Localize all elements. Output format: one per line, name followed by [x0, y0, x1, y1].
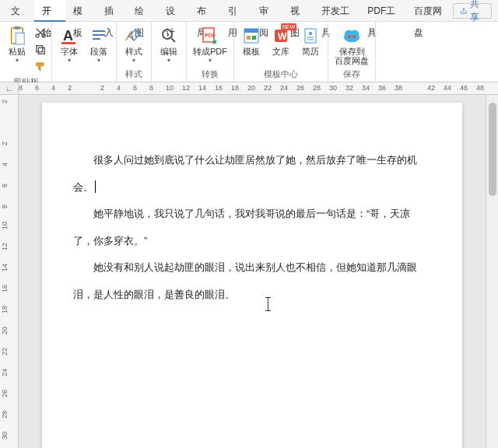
tab-devtools[interactable]: 开发工具: [314, 0, 360, 22]
paragraph-1b[interactable]: 会。: [73, 177, 431, 199]
share-label: 共享: [470, 0, 486, 24]
dropdown-icon: ▾: [167, 57, 170, 64]
document-page[interactable]: 很多人问过她到底说了什么让劫匪居然放了她，然后放弃了唯一生存的机 会。 她平静地…: [42, 103, 462, 448]
svg-rect-8: [61, 42, 75, 44]
dropdown-icon: ▾: [209, 57, 212, 64]
dropdown-icon: ▾: [68, 57, 71, 64]
svg-point-31: [352, 35, 356, 38]
cut-button[interactable]: [33, 25, 48, 40]
save-baidu-button[interactable]: 保存到 百度网盘: [331, 25, 372, 67]
group-clipboard: 粘贴 ▾ 剪贴板: [0, 22, 52, 82]
vertical-scrollbar[interactable]: [486, 95, 498, 448]
font-button[interactable]: A 字体 ▾: [55, 25, 83, 65]
paragraph-2[interactable]: 她平静地说，我只说了几句话，我对我哥说的最后一句话是：“哥，天凉: [73, 203, 431, 226]
ibeam-cursor: [268, 297, 268, 311]
share-icon: [460, 6, 468, 16]
group-template-center: 模板 NEW W 文库 简历 模板中心: [234, 22, 328, 82]
tab-template[interactable]: 模板: [65, 0, 96, 22]
paste-button[interactable]: 粘贴 ▾: [3, 25, 31, 65]
paragraph-label: 段落: [90, 47, 107, 56]
text: 她没有和别人说起劫匪的眼泪，说出来别人也不相信，但她知道那几滴眼: [93, 261, 417, 273]
share-button[interactable]: 共享: [453, 3, 492, 19]
svg-rect-18: [244, 29, 258, 33]
text: 会。: [73, 181, 93, 193]
svg-rect-20: [252, 36, 256, 40]
paragraph-3b[interactable]: 泪，是人性的眼泪，是善良的眼泪。: [73, 284, 431, 306]
dropdown-icon: ▾: [97, 57, 100, 64]
scrollbar-thumb[interactable]: [489, 103, 496, 196]
svg-rect-2: [16, 33, 24, 44]
edit-button[interactable]: 编辑 ▾: [155, 25, 183, 65]
wenku-button[interactable]: NEW W 文库: [267, 25, 295, 58]
svg-text:W: W: [278, 31, 287, 42]
styles-button[interactable]: A 样式 ▾: [120, 25, 148, 65]
resume-button[interactable]: 简历: [296, 25, 324, 58]
svg-point-24: [309, 32, 312, 35]
svg-point-13: [163, 30, 172, 39]
svg-rect-1: [14, 26, 19, 30]
ruler-corner: ∟: [0, 82, 19, 94]
format-painter-button[interactable]: [33, 59, 48, 75]
svg-rect-19: [247, 36, 251, 40]
styles-label: 样式: [125, 47, 142, 56]
text-cursor: [95, 180, 96, 193]
group-convert: PDF 转成PDF ▾ 转换: [187, 22, 234, 82]
convert-pdf-button[interactable]: PDF 转成PDF ▾: [190, 25, 230, 65]
template-button[interactable]: 模板: [237, 25, 265, 58]
menu-bar: 文件 开始 模板 插入 绘图 设计 布局 引用 审阅 视图 开发工具 PDF工具…: [0, 0, 498, 22]
svg-rect-5: [38, 47, 44, 54]
svg-rect-23: [305, 29, 316, 43]
edit-label: 编辑: [160, 47, 177, 56]
copy-icon: [34, 44, 47, 56]
group-edit: 编辑 ▾: [152, 22, 187, 82]
group-save: 保存到 百度网盘 保存: [328, 22, 376, 82]
pdf-icon: PDF: [201, 26, 219, 45]
text: 泪，是人性的眼泪，是善良的眼泪。: [73, 289, 235, 300]
horizontal-ruler: ∟ 86422468101214161820222426283032343638…: [0, 82, 498, 95]
font-icon: A: [60, 26, 79, 45]
svg-text:PDF: PDF: [205, 33, 216, 38]
tab-insert[interactable]: 插入: [96, 0, 128, 22]
template-label: 模板: [243, 47, 260, 56]
tab-file[interactable]: 文件: [3, 0, 34, 22]
paragraph-icon: [89, 26, 108, 45]
styles-icon: A: [124, 26, 143, 45]
group-font-paragraph: A 字体 ▾ 段落 ▾: [52, 22, 117, 82]
copy-button[interactable]: [33, 42, 48, 58]
resume-icon: [301, 26, 320, 45]
styles-group-label: 样式: [125, 67, 142, 82]
brush-icon: [34, 61, 47, 73]
work-area: 224681012141618202224262830 很多人问过她到底说了什么…: [0, 95, 498, 448]
search-icon: [160, 26, 178, 45]
save-label: 保存到 百度网盘: [335, 47, 369, 65]
tab-view[interactable]: 视图: [282, 0, 314, 22]
tab-design[interactable]: 设计: [158, 0, 189, 22]
svg-point-30: [348, 35, 351, 38]
paragraph-3[interactable]: 她没有和别人说起劫匪的眼泪，说出来别人也不相信，但她知道那几滴眼: [73, 257, 431, 279]
cloud-icon: [342, 26, 361, 45]
tab-pdftools[interactable]: PDF工具: [359, 0, 406, 22]
template-icon: [242, 26, 261, 45]
paste-label: 粘贴: [9, 47, 26, 56]
paragraph-2b[interactable]: 了，你多穿衣。”: [73, 230, 431, 253]
resume-label: 简历: [302, 47, 319, 56]
tab-draw[interactable]: 绘图: [127, 0, 158, 22]
paragraph-1[interactable]: 很多人问过她到底说了什么让劫匪居然放了她，然后放弃了唯一生存的机: [73, 149, 431, 172]
dropdown-icon: ▾: [132, 57, 135, 64]
tab-home[interactable]: 开始: [34, 0, 65, 22]
font-label: 字体: [61, 47, 78, 56]
new-badge: NEW: [281, 23, 296, 30]
clipboard-icon: [9, 26, 26, 46]
tab-layout[interactable]: 布局: [189, 0, 220, 22]
text: 她平静地说，我只说了几句话，我对我哥说的最后一句话是：“哥，天凉: [93, 208, 410, 219]
svg-line-14: [171, 38, 175, 42]
tab-baidudisk[interactable]: 百度网盘: [406, 0, 453, 22]
text: 很多人问过她到底说了什么让劫匪居然放了她，然后放弃了唯一生存的机: [93, 154, 417, 166]
page-scroll[interactable]: 很多人问过她到底说了什么让劫匪居然放了她，然后放弃了唯一生存的机 会。 她平静地…: [19, 95, 486, 448]
paragraph-button[interactable]: 段落 ▾: [85, 25, 113, 65]
svg-rect-6: [37, 46, 43, 52]
tab-references[interactable]: 引用: [220, 0, 251, 22]
tab-review[interactable]: 审阅: [251, 0, 282, 22]
text: 了，你多穿衣。”: [73, 235, 147, 247]
scissors-icon: [34, 26, 47, 39]
